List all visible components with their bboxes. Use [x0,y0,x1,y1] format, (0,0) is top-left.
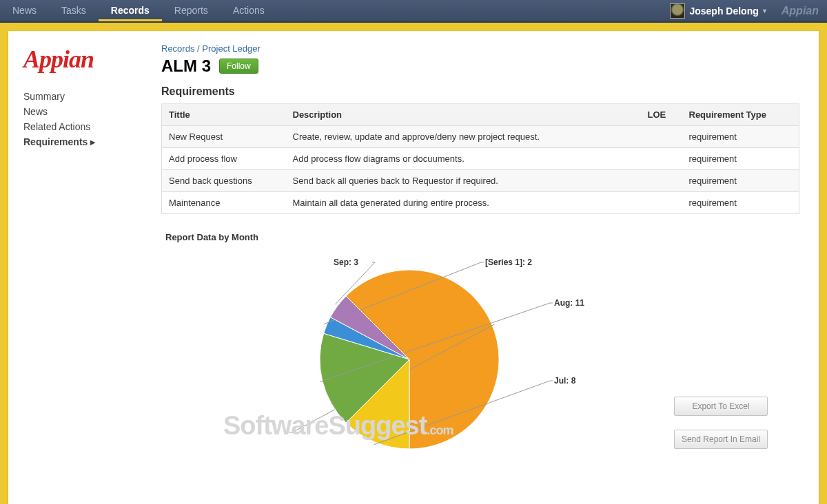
top-nav: News Tasks Records Reports Actions Josep… [0,0,827,23]
chevron-down-icon: ▾ [763,7,766,14]
pie-label: Oct: 40 [278,428,279,437]
breadcrumb-project-ledger[interactable]: Project Ledger [202,43,261,54]
chart-title: Report Data by Month [165,232,799,242]
table-row[interactable]: New RequestCreate, review, update and ap… [162,126,799,148]
pie-label: Sep: 3 [334,258,358,267]
th-loe[interactable]: LOE [641,104,682,126]
cell-title: Send back questions [162,170,286,192]
nav-actions[interactable]: Actions [221,0,277,21]
sidebar-item-requirements[interactable]: Requirements ▸ [23,134,138,149]
cell-title: New Request [162,126,286,148]
sidebar-item-related-actions[interactable]: Related Actions [23,119,138,134]
nav-news[interactable]: News [0,0,49,21]
user-name: Joseph Delong [689,6,758,17]
page: Appian Summary News Related Actions Requ… [8,31,819,504]
table-row[interactable]: Send back questionsSend back all queries… [162,170,799,192]
th-type[interactable]: Requirement Type [682,104,799,126]
cell-loe [641,126,682,148]
table-row[interactable]: MaintenanceMaintain all data generated d… [162,192,799,214]
main-content: Records / Project Ledger ALM 3 Follow Re… [153,31,819,504]
nav-tasks[interactable]: Tasks [49,0,99,21]
cell-type: requirement [682,148,799,170]
avatar [670,3,685,19]
cell-loe [641,192,682,214]
cell-title: Maintenance [162,192,286,214]
table-row[interactable]: Add process flowAdd process flow diagram… [162,148,799,170]
user-menu[interactable]: Joseph Delong ▾ [670,0,773,21]
pie-label: [Series 1]: 2 [485,258,532,267]
send-email-button[interactable]: Send Report In Email [674,430,768,449]
chart-area: Oct: 40Jul: 8Aug: 11[Series 1]: 2Sep: 3 … [161,249,768,463]
cell-loe [641,170,682,192]
cell-type: requirement [682,192,799,214]
cell-type: requirement [682,170,799,192]
nav-records[interactable]: Records [99,0,162,21]
pie-label: Jul: 8 [554,376,576,386]
th-title[interactable]: Tittle [162,104,286,126]
cell-desc: Add process flow diagrams or docuuments. [286,148,641,170]
section-title: Requirements [161,85,799,98]
pie-chart: Oct: 40Jul: 8Aug: 11[Series 1]: 2Sep: 3 [278,256,637,458]
cell-title: Add process flow [162,148,286,170]
cell-desc: Create, review, update and approve/deny … [286,126,641,148]
th-desc[interactable]: Description [286,104,641,126]
export-excel-button[interactable]: Export To Excel [674,397,768,416]
page-title: ALM 3 [161,56,211,76]
cell-desc: Maintain all data generated during entir… [286,192,641,214]
brand-logo: Appian [773,0,827,21]
follow-button[interactable]: Follow [219,59,258,74]
app-logo: Appian [23,45,138,74]
breadcrumb: Records / Project Ledger [161,43,799,54]
requirements-table: Tittle Description LOE Requirement Type … [161,103,799,214]
sidebar-item-summary[interactable]: Summary [23,89,138,104]
breadcrumb-records[interactable]: Records [161,43,194,54]
pie-label: Aug: 11 [554,298,584,308]
cell-loe [641,148,682,170]
sidebar-item-news[interactable]: News [23,104,138,119]
cell-desc: Send back all queries back to Requestor … [286,170,641,192]
cell-type: requirement [682,126,799,148]
nav-reports[interactable]: Reports [162,0,221,21]
sidebar: Appian Summary News Related Actions Requ… [8,31,153,504]
